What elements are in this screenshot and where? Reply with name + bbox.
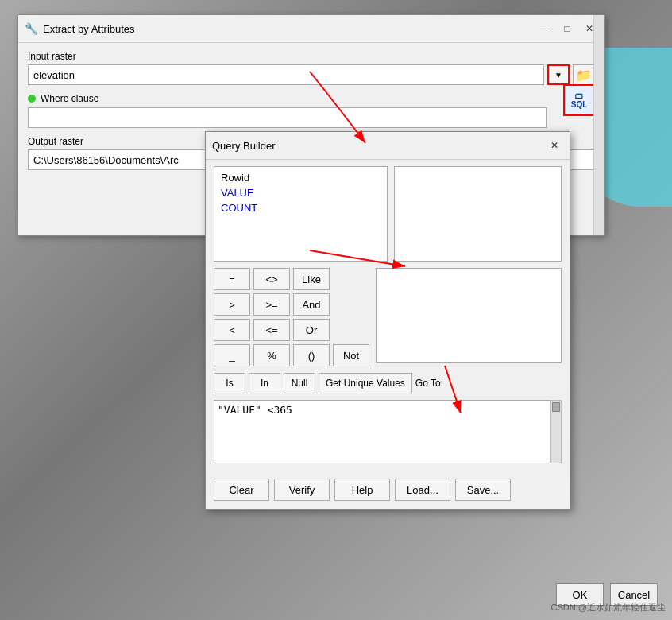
op-greater-equal[interactable]: >= xyxy=(253,293,290,316)
save-button[interactable]: Save... xyxy=(455,479,511,501)
op-row-2: > >= And xyxy=(214,293,369,316)
maximize-button[interactable]: □ xyxy=(558,20,576,37)
extract-title-text: Extract by Attributes xyxy=(43,23,531,35)
extract-titlebar: 🔧 Extract by Attributes — □ ✕ xyxy=(18,15,604,43)
go-to-label: Go To: xyxy=(415,378,443,389)
field-rowid[interactable]: Rowid xyxy=(218,170,384,185)
operators-section: = <> Like > >= And < <= Or _ % () xyxy=(214,268,562,366)
field-count[interactable]: COUNT xyxy=(218,200,384,215)
query-body: Rowid VALUE COUNT = <> Like > >= And xyxy=(206,160,570,509)
sql-button-wrap: 🗃 SQL xyxy=(563,84,595,116)
minimize-button[interactable]: — xyxy=(536,20,554,37)
dropdown-arrow-icon: ▼ xyxy=(554,71,562,79)
query-titlebar: Query Builder ✕ xyxy=(206,132,570,160)
query-footer: Clear Verify Help Load... Save... xyxy=(214,479,562,501)
query-title-text: Query Builder xyxy=(212,140,546,152)
op-and[interactable]: And xyxy=(293,293,330,316)
folder-icon: 📁 xyxy=(576,68,592,83)
operator-values-area xyxy=(376,268,562,363)
op-in[interactable]: In xyxy=(249,373,280,393)
op-row-4: _ % () Not xyxy=(214,344,369,366)
op-not[interactable]: Not xyxy=(333,344,369,366)
op-underscore[interactable]: _ xyxy=(214,344,250,366)
extract-scrollbar[interactable] xyxy=(593,15,604,235)
sql-icon: 🗃 xyxy=(575,91,583,100)
field-value[interactable]: VALUE xyxy=(218,185,384,200)
op-equals[interactable]: = xyxy=(214,268,250,290)
input-raster-folder-button[interactable]: 📁 xyxy=(573,64,595,85)
input-raster-dropdown[interactable]: ▼ xyxy=(547,64,570,85)
op-less-equal[interactable]: <= xyxy=(253,319,290,341)
fields-list: Rowid VALUE COUNT xyxy=(214,166,388,262)
op-row-3: < <= Or xyxy=(214,319,369,341)
op-like[interactable]: Like xyxy=(293,268,330,290)
query-scrollbar[interactable] xyxy=(550,400,562,463)
input-raster-row: ▼ 📁 xyxy=(28,64,595,85)
fields-values-container: Rowid VALUE COUNT xyxy=(214,166,562,262)
op-parens[interactable]: () xyxy=(293,344,330,366)
query-builder-window: Query Builder ✕ Rowid VALUE COUNT = <> L… xyxy=(205,131,570,510)
input-raster-label: Input raster xyxy=(28,51,595,62)
op-null[interactable]: Null xyxy=(284,373,315,393)
op-row-1: = <> Like xyxy=(214,268,369,290)
op-less[interactable]: < xyxy=(214,319,250,341)
where-clause-label: Where clause xyxy=(41,93,98,104)
bottom-ops: Is In Null Get Unique Values Go To: xyxy=(214,373,562,393)
load-button[interactable]: Load... xyxy=(395,479,450,501)
verify-button[interactable]: Verify xyxy=(274,479,330,501)
unique-values-area xyxy=(394,166,562,262)
sql-button[interactable]: 🗃 SQL xyxy=(563,84,595,116)
query-text-wrapper: "VALUE" <365 xyxy=(214,400,562,472)
op-percent[interactable]: % xyxy=(253,344,290,366)
input-raster-field[interactable] xyxy=(28,64,544,85)
op-not-equal[interactable]: <> xyxy=(253,268,290,290)
sql-label: SQL xyxy=(571,100,588,109)
where-clause-status-dot xyxy=(28,95,36,103)
operators-left: = <> Like > >= And < <= Or _ % () xyxy=(214,268,369,366)
op-or[interactable]: Or xyxy=(293,319,330,341)
query-scrollbar-thumb xyxy=(552,402,560,412)
help-button[interactable]: Help xyxy=(334,479,390,501)
where-clause-row: Where clause xyxy=(28,93,595,104)
op-greater[interactable]: > xyxy=(214,293,250,316)
query-close-button[interactable]: ✕ xyxy=(546,137,563,154)
clear-button[interactable]: Clear xyxy=(214,479,269,501)
extract-title-icon: 🔧 xyxy=(25,22,38,35)
query-textarea[interactable]: "VALUE" <365 xyxy=(214,400,550,463)
where-clause-field[interactable] xyxy=(28,107,547,128)
op-is[interactable]: Is xyxy=(214,373,245,393)
csdn-watermark: CSDN @近水如流年轻住返尘 xyxy=(551,602,666,614)
op-get-unique-values[interactable]: Get Unique Values xyxy=(319,373,412,393)
